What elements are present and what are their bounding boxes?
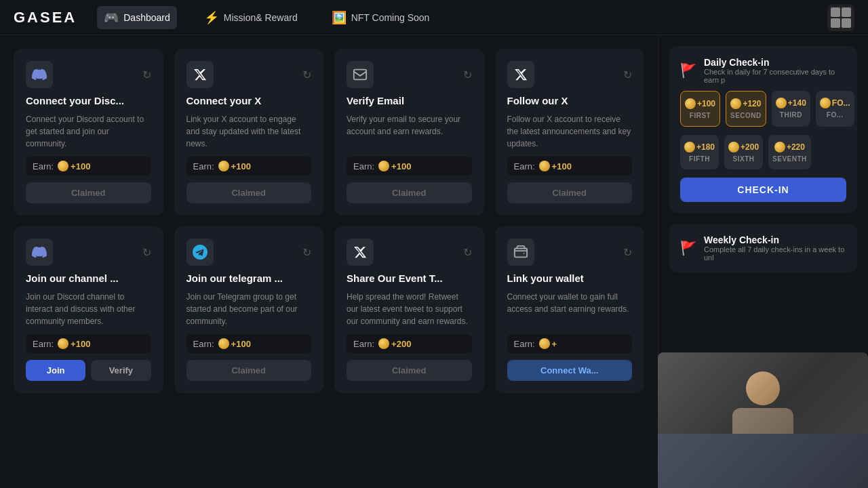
earn-label: Earn: [193,339,214,349]
day-reward: +200 [728,142,759,152]
day-reward: +180 [684,142,715,152]
card-header: ↻ [26,61,151,88]
claimed-button: Claimed [26,182,151,203]
card-header: ↻ [347,239,472,266]
earn-amount: +100 [218,338,251,349]
card-desc: Connect your wallet to gain full access … [507,291,633,327]
avatar-grid [827,4,854,31]
day-first: +100 FIRST [680,91,720,127]
checkin-button[interactable]: CHECK-IN [680,178,846,202]
refresh-icon[interactable]: ↻ [302,246,311,259]
join-button[interactable]: Join [26,360,85,381]
coin-icon [539,161,550,171]
earn-label: Earn: [514,339,535,349]
card-title: Follow our X [507,95,633,106]
card-title: Connect your X [186,95,312,106]
weekly-header: 🚩 Weekly Check-in Complete all 7 daily c… [680,235,846,262]
card-header: ↻ [347,61,472,88]
refresh-icon[interactable]: ↻ [142,68,151,81]
card-earn: Earn: + [507,334,633,353]
card-actions: Claimed [347,182,472,203]
card-link-wallet: ↻ Link your wallet Connect your wallet t… [495,226,645,393]
card-desc: Verify your email to secure your account… [347,113,472,150]
coin-icon [539,338,550,349]
card-header: ↻ [507,61,633,88]
earn-amount: + [539,338,557,349]
earn-amount: +100 [539,161,572,171]
webcam-feed [658,352,868,488]
card-title: Link your wallet [507,272,633,284]
coin-icon [378,338,389,349]
card-desc: Connect your Discord account to get star… [26,113,151,150]
checkin-grid-row2: +180 FIFTH +200 SIXTH +220 SE [680,135,846,169]
refresh-icon[interactable]: ↻ [623,246,632,259]
webcam-overlay [658,352,868,488]
x-icon [186,61,214,88]
day-seventh: +220 SEVENTH [768,135,811,169]
connect-wallet-button[interactable]: Connect Wa... [507,360,633,381]
earn-amount: +100 [378,161,411,171]
refresh-icon[interactable]: ↻ [623,68,632,81]
verify-button[interactable]: Verify [91,360,151,381]
checkin-header: 🚩 Daily Check-in Check in daily for 7 co… [680,57,846,84]
card-follow-x: ↻ Follow our X Follow our X account to r… [495,49,645,216]
refresh-icon[interactable]: ↻ [142,246,151,259]
dashboard-icon: 🎮 [104,10,119,25]
earn-label: Earn: [353,161,374,171]
day-fifth: +180 FIFTH [680,135,719,169]
day-label: SIXTH [733,155,755,163]
card-desc: Join our Discord channel to interact and… [26,291,151,327]
svg-rect-1 [514,249,526,258]
day-label: THIRD [780,111,802,119]
refresh-icon[interactable]: ↻ [463,68,472,81]
earn-label: Earn: [33,339,54,349]
card-actions: Claimed [186,360,312,381]
day-label: FO... [827,111,844,119]
earn-label: Earn: [193,161,214,171]
earn-amount-text: + [552,339,557,349]
nav-mission-reward[interactable]: ⚡ Mission& Reward [197,6,304,29]
checkin-subtitle: Check in daily for 7 consecutive days to… [704,68,846,84]
card-earn: Earn: +100 [507,157,633,176]
svg-rect-0 [354,70,366,80]
card-join-channel: ↻ Join our channel ... Join our Discord … [14,226,163,393]
day-fourth: FO... FO... [816,91,854,127]
topnav: GASEA 🎮 Dashboard ⚡ Mission& Reward 🖼️ N… [0,0,868,35]
checkin-grid-row1: +100 FIRST +120 SECOND +140 T [680,91,846,127]
day-label: FIFTH [689,155,710,163]
earn-label: Earn: [514,161,535,171]
flag-icon: 🚩 [680,240,697,256]
card-actions: Join Verify [26,360,151,381]
refresh-icon[interactable]: ↻ [302,68,311,81]
card-earn: Earn: +100 [26,157,151,176]
claimed-button: Claimed [186,182,312,203]
nft-icon: 🖼️ [332,10,347,25]
card-title: Share Our Event T... [347,272,472,284]
nav-dashboard[interactable]: 🎮 Dashboard [97,6,177,29]
checkin-title: Daily Check-in [704,57,846,68]
claimed-button: Claimed [347,360,472,381]
earn-amount: +100 [58,161,90,171]
x-icon [347,239,374,266]
refresh-icon[interactable]: ↻ [463,246,472,259]
coin-icon [218,161,229,171]
day-label: FIRST [690,112,711,119]
email-icon [347,61,374,88]
daily-checkin-section: 🚩 Daily Check-in Check in daily for 7 co… [669,46,857,213]
earn-label: Earn: [33,161,54,171]
logo: GASEA [14,9,77,26]
claimed-button: Claimed [347,182,472,203]
day-reward: +120 [730,98,761,109]
wallet-icon [507,239,534,266]
earn-label: Earn: [353,339,374,349]
card-header: ↻ [507,239,633,266]
nav-nft[interactable]: 🖼️ NFT Coming Soon [325,6,437,29]
card-header: ↻ [186,61,312,88]
card-title: Join our channel ... [26,272,151,284]
coin-icon [684,142,695,152]
card-connect-x: ↻ Connect your X Link your X account to … [174,49,324,216]
card-title: Join our telegram ... [186,272,312,284]
mission-icon: ⚡ [204,10,219,25]
earn-amount: +200 [378,338,411,349]
card-actions: Claimed [26,182,151,203]
